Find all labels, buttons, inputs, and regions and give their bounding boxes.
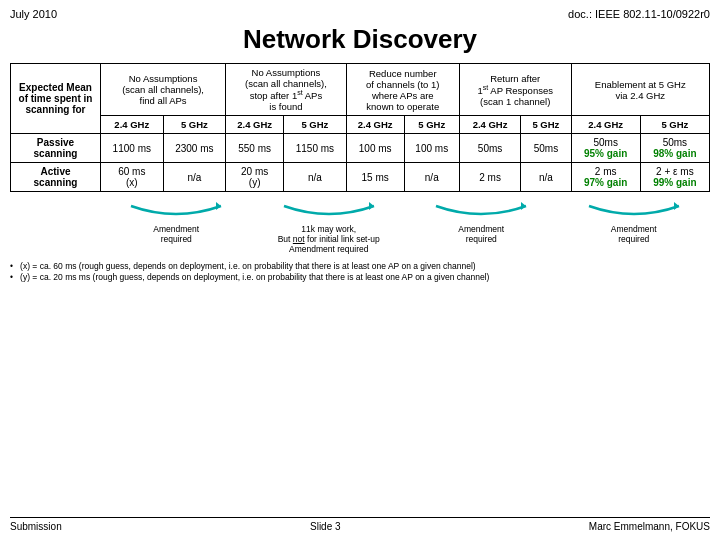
active-5a: 2 ms97% gain bbox=[571, 163, 640, 192]
row-label: Expected Meanof time spent inscanning fo… bbox=[11, 64, 101, 134]
header-left: July 2010 bbox=[10, 8, 57, 20]
sub-header-3a: 2.4 GHz bbox=[346, 116, 404, 134]
sub-header-1b: 5 GHz bbox=[163, 116, 226, 134]
passive-2b: 1150 ms bbox=[284, 134, 347, 163]
active-label: Activescanning bbox=[11, 163, 101, 192]
arrow-4 bbox=[579, 198, 689, 224]
col-header-3: Reduce numberof channels (to 1)where APs… bbox=[346, 64, 459, 116]
passive-4a: 50ms bbox=[459, 134, 520, 163]
active-4b: n/a bbox=[521, 163, 571, 192]
passive-1a: 1100 ms bbox=[101, 134, 164, 163]
active-3b: n/a bbox=[404, 163, 459, 192]
sub-header-5a: 2.4 GHz bbox=[571, 116, 640, 134]
sub-header-2b: 5 GHz bbox=[284, 116, 347, 134]
sub-header-4a: 2.4 GHz bbox=[459, 116, 520, 134]
passive-3a: 100 ms bbox=[346, 134, 404, 163]
amendment-3: Amendmentrequired bbox=[458, 224, 504, 244]
amendment-1: Amendmentrequired bbox=[153, 224, 199, 244]
svg-marker-0 bbox=[216, 202, 221, 210]
passive-4b: 50ms bbox=[521, 134, 571, 163]
arrow-3 bbox=[426, 198, 536, 224]
active-1a: 60 ms(x) bbox=[101, 163, 164, 192]
header-right: doc.: IEEE 802.11-10/0922r0 bbox=[568, 8, 710, 20]
amendment-4: Amendmentrequired bbox=[611, 224, 657, 244]
page-title: Network Discovery bbox=[10, 24, 710, 55]
active-2b: n/a bbox=[284, 163, 347, 192]
sub-header-5b: 5 GHz bbox=[640, 116, 709, 134]
passive-1b: 2300 ms bbox=[163, 134, 226, 163]
sub-header-3b: 5 GHz bbox=[404, 116, 459, 134]
footnote-2: • (y) = ca. 20 ms ms (rough guess, depen… bbox=[10, 272, 710, 282]
passive-3b: 100 ms bbox=[404, 134, 459, 163]
footnote-1: • (x) = ca. 60 ms (rough guess, depends … bbox=[10, 261, 710, 271]
footer-right: Marc Emmelmann, FOKUS bbox=[589, 521, 710, 532]
svg-marker-3 bbox=[674, 202, 679, 210]
col-header-1: No Assumptions(scan all channels),find a… bbox=[101, 64, 226, 116]
active-1b: n/a bbox=[163, 163, 226, 192]
passive-5a: 50ms95% gain bbox=[571, 134, 640, 163]
footer-left: Submission bbox=[10, 521, 62, 532]
amendment-2: 11k may work,But not for initial link se… bbox=[278, 224, 380, 254]
active-2a: 20 ms(y) bbox=[226, 163, 284, 192]
sub-header-4b: 5 GHz bbox=[521, 116, 571, 134]
active-3a: 15 ms bbox=[346, 163, 404, 192]
passive-5b: 50ms98% gain bbox=[640, 134, 709, 163]
sub-header-1a: 2.4 GHz bbox=[101, 116, 164, 134]
svg-marker-1 bbox=[369, 202, 374, 210]
passive-label: Passivescanning bbox=[11, 134, 101, 163]
arrow-2 bbox=[274, 198, 384, 224]
col-header-4: Return after1st AP Responses(scan 1 chan… bbox=[459, 64, 571, 116]
sub-header-2a: 2.4 GHz bbox=[226, 116, 284, 134]
col-header-5: Enablement at 5 GHzvia 2.4 GHz bbox=[571, 64, 709, 116]
col-header-2: No Assumptions(scan all channels),stop a… bbox=[226, 64, 347, 116]
footer-center: Slide 3 bbox=[310, 521, 341, 532]
passive-2a: 550 ms bbox=[226, 134, 284, 163]
svg-marker-2 bbox=[521, 202, 526, 210]
active-4a: 2 ms bbox=[459, 163, 520, 192]
active-5b: 2 + ε ms99% gain bbox=[640, 163, 709, 192]
arrow-1 bbox=[121, 198, 231, 224]
